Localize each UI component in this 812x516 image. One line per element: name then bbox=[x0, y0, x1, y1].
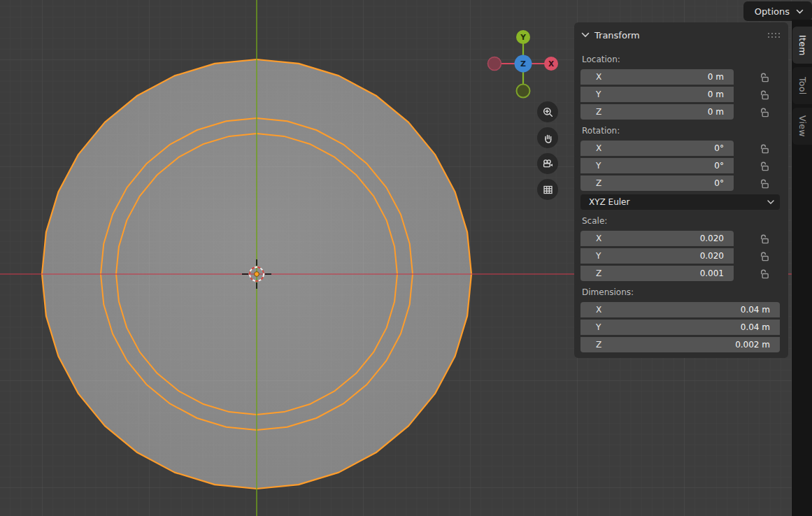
field-value: 0.002 m bbox=[735, 340, 780, 350]
location-label: Location: bbox=[580, 55, 782, 66]
scale-section: Scale: X 0.020 Y bbox=[580, 216, 782, 281]
gizmo-y-label: Y bbox=[520, 33, 526, 41]
rotation-y-field[interactable]: Y 0° bbox=[580, 158, 734, 173]
object-origin-dot bbox=[255, 272, 259, 277]
location-z-lock-button[interactable] bbox=[734, 106, 782, 118]
panel-expand-chevron-icon[interactable] bbox=[581, 32, 590, 38]
rotation-z-lock-button[interactable] bbox=[734, 178, 782, 189]
field-axis-label: Z bbox=[580, 340, 601, 350]
rotation-x-field[interactable]: X 0° bbox=[580, 141, 734, 156]
location-x-field[interactable]: X 0 m bbox=[580, 69, 734, 85]
unlock-icon bbox=[758, 89, 770, 101]
gizmo-x-label: X bbox=[548, 59, 554, 68]
dimensions-y-field[interactable]: Y 0.04 m bbox=[580, 320, 780, 335]
field-axis-label: Z bbox=[580, 268, 601, 278]
field-value: 0 m bbox=[708, 72, 734, 82]
dimensions-y-row: Y 0.04 m bbox=[580, 320, 782, 335]
scale-y-lock-button[interactable] bbox=[734, 250, 782, 262]
rotation-section: Rotation: X 0° Y bbox=[580, 126, 782, 210]
field-axis-label: Y bbox=[580, 89, 601, 99]
grid-toggle-button[interactable] bbox=[537, 179, 558, 200]
sidebar-tab-strip: Item Tool View bbox=[792, 20, 812, 516]
dimensions-label: Dimensions: bbox=[580, 287, 782, 299]
field-axis-label: Y bbox=[580, 251, 601, 261]
chevron-down-icon bbox=[767, 200, 774, 204]
location-x-row: X 0 m bbox=[580, 69, 782, 85]
scale-y-field[interactable]: Y 0.020 bbox=[580, 248, 734, 264]
field-axis-label: Z bbox=[580, 107, 601, 117]
grid-toggle-icon bbox=[542, 184, 554, 196]
gizmo-axis-y-negative[interactable] bbox=[517, 85, 530, 98]
rotation-z-field[interactable]: Z 0° bbox=[580, 175, 734, 191]
field-axis-label: X bbox=[580, 305, 601, 315]
gizmo-axis-x-negative[interactable] bbox=[488, 57, 501, 71]
tab-tool[interactable]: Tool bbox=[792, 67, 812, 104]
transform-panel-header[interactable]: Transform bbox=[581, 28, 781, 42]
drag-dots-icon[interactable] bbox=[768, 33, 780, 38]
scale-z-field[interactable]: Z 0.001 bbox=[580, 266, 734, 281]
scale-x-lock-button[interactable] bbox=[734, 233, 782, 245]
location-y-row: Y 0 m bbox=[580, 87, 782, 102]
rotation-label: Rotation: bbox=[580, 126, 782, 137]
blender-3d-viewport: Y X Z bbox=[0, 0, 812, 516]
rotation-z-row: Z 0° bbox=[580, 175, 782, 191]
scale-y-row: Y 0.020 bbox=[580, 248, 782, 264]
field-value: 0.04 m bbox=[741, 322, 780, 332]
gizmo-axis-z-positive[interactable]: Z bbox=[515, 55, 532, 73]
scale-x-field[interactable]: X 0.020 bbox=[580, 231, 734, 246]
gizmo-z-label: Z bbox=[520, 59, 526, 69]
field-axis-label: Y bbox=[580, 161, 601, 171]
options-label: Options bbox=[755, 6, 790, 17]
field-axis-label: Y bbox=[580, 322, 601, 332]
unlock-icon bbox=[758, 160, 770, 172]
rotation-x-row: X 0° bbox=[580, 141, 782, 156]
pan-hand-icon bbox=[542, 132, 554, 144]
panel-title: Transform bbox=[594, 30, 640, 41]
scale-x-row: X 0.020 bbox=[580, 231, 782, 246]
dimensions-section: Dimensions: X 0.04 m Y 0.04 m Z bbox=[580, 287, 782, 352]
tab-item[interactable]: Item bbox=[792, 27, 812, 64]
rotation-y-lock-button[interactable] bbox=[734, 160, 782, 172]
dimensions-z-row: Z 0.002 m bbox=[580, 337, 782, 352]
unlock-icon bbox=[758, 71, 770, 83]
unlock-icon bbox=[758, 233, 770, 245]
field-value: 0° bbox=[714, 161, 734, 171]
field-axis-label: Z bbox=[580, 178, 601, 188]
gizmo-axis-y-positive[interactable]: Y bbox=[516, 30, 530, 44]
unlock-icon bbox=[758, 178, 770, 189]
field-value: 0.04 m bbox=[741, 305, 780, 315]
options-button[interactable]: Options bbox=[743, 1, 812, 21]
camera-view-icon bbox=[541, 158, 554, 170]
rotation-mode-dropdown[interactable]: XYZ Euler bbox=[580, 194, 780, 210]
field-axis-label: X bbox=[580, 143, 601, 153]
field-value: 0.020 bbox=[700, 234, 734, 243]
field-value: 0° bbox=[714, 143, 734, 153]
unlock-icon bbox=[758, 106, 770, 118]
camera-view-button[interactable] bbox=[537, 153, 558, 174]
location-z-field[interactable]: Z 0 m bbox=[580, 104, 734, 120]
location-x-lock-button[interactable] bbox=[734, 71, 782, 83]
tab-view[interactable]: View bbox=[792, 108, 812, 145]
navigation-gizmo[interactable]: Y X Z bbox=[483, 26, 563, 103]
gizmo-axis-x-positive[interactable]: X bbox=[544, 57, 558, 71]
transform-panel: Transform Location: X 0 m bbox=[574, 22, 788, 358]
pan-button[interactable] bbox=[537, 127, 558, 148]
unlock-icon bbox=[758, 268, 770, 280]
field-value: 0 m bbox=[708, 107, 734, 117]
rotation-y-row: Y 0° bbox=[580, 158, 782, 173]
location-y-field[interactable]: Y 0 m bbox=[580, 87, 734, 102]
scale-z-row: Z 0.001 bbox=[580, 266, 782, 281]
dimensions-x-row: X 0.04 m bbox=[580, 302, 782, 317]
rotation-x-lock-button[interactable] bbox=[734, 143, 782, 155]
scale-z-lock-button[interactable] bbox=[734, 268, 782, 280]
unlock-icon bbox=[758, 143, 770, 155]
unlock-icon bbox=[758, 250, 770, 262]
location-y-lock-button[interactable] bbox=[734, 89, 782, 101]
field-value: 0.001 bbox=[700, 268, 734, 278]
dimensions-x-field[interactable]: X 0.04 m bbox=[580, 302, 780, 317]
dimensions-z-field[interactable]: Z 0.002 m bbox=[580, 337, 780, 352]
field-value: 0 m bbox=[708, 89, 734, 99]
zoom-button[interactable] bbox=[537, 101, 558, 122]
field-value: 0° bbox=[714, 178, 734, 188]
chevron-down-icon bbox=[796, 9, 804, 14]
